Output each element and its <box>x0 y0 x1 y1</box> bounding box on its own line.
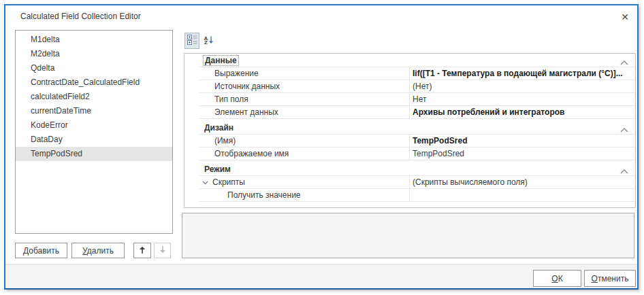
property-value[interactable]: TempPodSred <box>409 135 635 147</box>
chevron-up-icon <box>620 125 628 135</box>
move-up-button[interactable] <box>133 243 151 258</box>
property-row[interactable]: Скрипты (Скрипты вычисляемого поля) <box>199 176 635 189</box>
ok-button-label: ОК <box>551 274 562 283</box>
property-value[interactable]: (Скрипты вычисляемого поля) <box>409 176 635 188</box>
category-label: Данные <box>203 55 239 66</box>
chevron-up-icon <box>620 58 628 67</box>
category-row[interactable]: Данные <box>199 54 635 67</box>
property-name: (Имя) <box>199 135 409 147</box>
list-item[interactable]: ContractDate_CalculatedField <box>16 75 172 90</box>
description-panel <box>182 213 634 258</box>
property-name: Элемент данных <box>199 106 409 118</box>
alphabetical-sort-button[interactable]: AZ <box>201 33 217 49</box>
property-value[interactable]: Iif([T1 - Температура в подающей магистр… <box>409 67 635 80</box>
list-item[interactable]: M2delta <box>16 47 172 61</box>
property-row[interactable]: Источник данных (Нет) <box>199 80 635 93</box>
add-button[interactable]: Добавить <box>15 243 67 258</box>
add-button-label: Добавить <box>23 246 59 256</box>
list-item[interactable]: currentDateTime <box>16 104 172 118</box>
list-item[interactable]: Qdelta <box>16 61 172 75</box>
list-item[interactable]: DataDay <box>16 133 172 147</box>
property-row[interactable]: Получить значение <box>199 189 635 202</box>
sort-az-icon: AZ <box>204 37 208 45</box>
category-label: Дизайн <box>204 123 234 133</box>
list-item[interactable]: M1delta <box>16 33 172 47</box>
property-value[interactable]: Архивы потреблений и интеграторов <box>409 106 635 118</box>
list-item[interactable]: KodeError <box>16 118 172 133</box>
property-grid: Данные Выражение Iif([T1 - Температура в… <box>184 53 636 208</box>
property-name: Источник данных <box>199 80 409 92</box>
chevron-up-icon <box>620 167 628 176</box>
property-row[interactable]: Тип поля Нет <box>199 93 635 106</box>
categorized-view-button[interactable] <box>184 33 199 49</box>
property-value[interactable]: (Нет) <box>409 80 635 92</box>
property-name: Скрипты <box>199 176 409 188</box>
property-name: Тип поля <box>199 93 409 105</box>
property-name: Выражение <box>199 67 409 80</box>
property-row[interactable]: Отображаемое имя TempPodSred <box>199 148 635 160</box>
list-item[interactable]: calculatedField2 <box>16 90 172 104</box>
property-row[interactable]: Элемент данных Архивы потреблений и инте… <box>199 106 635 119</box>
dialog-title: Calculated Field Collection Editor <box>20 12 141 21</box>
property-value[interactable] <box>409 189 635 201</box>
ok-button[interactable]: ОК <box>533 270 581 287</box>
chevron-down-icon[interactable] <box>202 177 212 187</box>
list-item-selected[interactable]: TempPodSred <box>16 147 172 161</box>
calculated-field-collection-editor-dialog: Calculated Field Collection Editor ✕ M1d… <box>4 4 639 290</box>
arrow-down-icon <box>159 245 167 256</box>
calculated-fields-list[interactable]: M1delta M2delta Qdelta ContractDate_Calc… <box>15 30 173 234</box>
sort-arrow-down-icon <box>208 35 214 47</box>
property-row[interactable]: (Имя) TempPodSred <box>199 135 635 148</box>
property-value[interactable]: Нет <box>409 93 635 105</box>
property-row[interactable]: Выражение Iif([T1 - Температура в подающ… <box>199 67 635 80</box>
category-row[interactable]: Режим <box>199 162 635 176</box>
arrow-up-icon <box>138 245 146 256</box>
delete-button[interactable]: Удалить <box>71 243 125 258</box>
delete-button-label: Удалить <box>82 246 114 256</box>
property-name: Получить значение <box>199 189 409 201</box>
property-name: Отображаемое имя <box>199 148 409 160</box>
category-row[interactable]: Дизайн <box>199 121 635 135</box>
cancel-button-label: Отменить <box>592 274 629 283</box>
close-icon[interactable]: ✕ <box>615 9 634 25</box>
cancel-button[interactable]: Отменить <box>584 270 636 287</box>
move-down-button[interactable] <box>154 243 171 258</box>
property-value[interactable]: TempPodSred <box>409 148 635 160</box>
category-label: Режим <box>204 164 231 174</box>
categorized-view-icon <box>187 35 197 47</box>
